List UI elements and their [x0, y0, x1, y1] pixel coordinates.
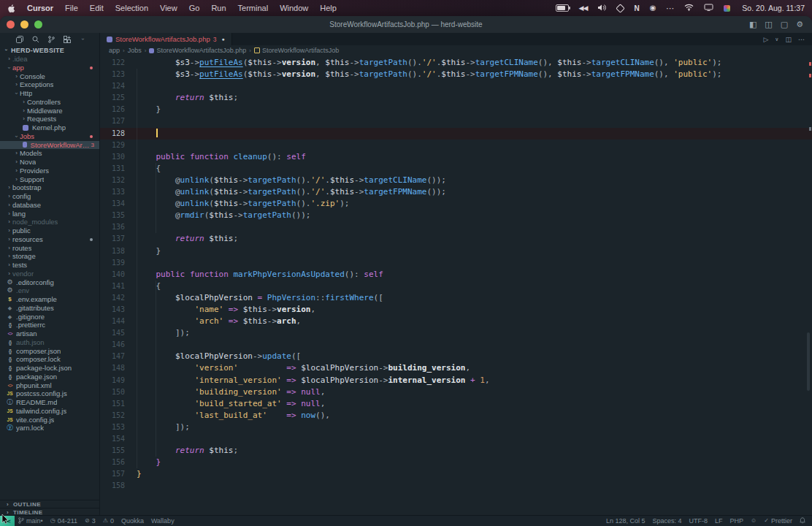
status-item-04-211[interactable]: ◷04-211 — [47, 517, 81, 525]
line-number[interactable]: 148 — [100, 362, 137, 374]
code-line-145[interactable]: 145 ]); — [100, 327, 812, 339]
breadcrumb-item[interactable]: Jobs — [128, 47, 142, 54]
code-line-124[interactable]: 124 — [100, 80, 812, 92]
run-icon[interactable]: ▷ — [763, 36, 768, 43]
new-file-icon[interactable] — [16, 33, 23, 46]
line-number[interactable]: 130 — [100, 151, 137, 163]
code-line-125[interactable]: 125 return $this; — [100, 92, 812, 104]
display-icon[interactable] — [704, 4, 713, 12]
code-line-132[interactable]: 132 @unlink($this->targetPath().'/'.$thi… — [100, 175, 812, 186]
outline-panel-header[interactable]: › OUTLINE — [0, 500, 99, 508]
code-line-140[interactable]: 140 public function markPhpVersionAsUpda… — [100, 269, 812, 281]
tree-item--gitignore[interactable]: ◆.gitignore — [0, 313, 99, 321]
status-item-spaces-4[interactable]: Spaces: 4 — [649, 517, 686, 525]
toggle-panel-icon[interactable]: ▢ — [781, 16, 788, 33]
status-item-0[interactable]: ⚠0 — [99, 517, 118, 525]
line-number[interactable]: 146 — [100, 339, 137, 351]
tree-item--env[interactable]: ⚙.env — [0, 286, 99, 295]
breadcrumb-item[interactable]: StoreWorkflowArtifactsJob — [254, 47, 339, 54]
settings-gear-icon[interactable]: ⚙ — [796, 16, 803, 33]
menu-item-window[interactable]: Window — [280, 4, 308, 12]
line-number[interactable]: 133 — [100, 186, 137, 198]
tree-item-package-json[interactable]: {}package.json — [0, 373, 99, 381]
split-editor-icon[interactable]: ◫ — [785, 36, 792, 43]
notion-icon[interactable]: N — [634, 4, 639, 12]
close-window-button[interactable] — [7, 20, 15, 28]
tree-item-exceptions[interactable]: ›Exceptions — [0, 80, 99, 89]
tree-item-app[interactable]: ›app — [0, 64, 99, 72]
line-number[interactable]: 152 — [100, 410, 137, 422]
extensions-icon[interactable] — [64, 33, 71, 46]
tree-item-support[interactable]: ›Support — [0, 175, 99, 184]
line-number[interactable]: 139 — [100, 257, 137, 269]
status-item-ln-128-col-5[interactable]: Ln 128, Col 5 — [602, 517, 649, 525]
code-line-136[interactable]: 136 — [100, 221, 812, 233]
line-number[interactable]: 122 — [100, 57, 137, 69]
line-number[interactable]: 151 — [100, 398, 137, 410]
tree-item-lang[interactable]: ›lang — [0, 210, 99, 218]
menu-item-help[interactable]: Help — [320, 4, 337, 12]
volume-icon[interactable] — [597, 4, 607, 13]
tree-item-kernel-php[interactable]: Kernel.php — [0, 123, 99, 132]
line-number[interactable]: 132 — [100, 175, 137, 186]
tree-item-bootstrap[interactable]: ›bootstrap — [0, 183, 99, 192]
tree-item-storage[interactable]: ›storage — [0, 252, 99, 261]
status-item-php[interactable]: PHP — [727, 517, 748, 525]
code-line-122[interactable]: 122 $s3->putFileAs($this->version, $this… — [100, 57, 812, 69]
tree-item-readme-md[interactable]: ⓘREADME.md — [0, 398, 99, 407]
line-number[interactable]: 125 — [100, 92, 137, 104]
code-line-158[interactable]: 158 — [100, 480, 812, 492]
code-line-126[interactable]: 126 } — [100, 104, 812, 115]
status-item-utf-8[interactable]: UTF-8 — [686, 517, 712, 525]
unsaved-dot-icon[interactable]: ● — [221, 37, 224, 42]
tree-item-resources[interactable]: ›resources — [0, 235, 99, 244]
tree-item-auth-json[interactable]: {}auth.json — [0, 338, 99, 347]
code-line-144[interactable]: 144 'arch' => $this->arch, — [100, 316, 812, 327]
code-line-127[interactable]: 127 — [100, 115, 812, 127]
tree-item-tailwind-config-js[interactable]: JStailwind.config.js — [0, 407, 99, 416]
code-line-139[interactable]: 139 — [100, 257, 812, 269]
tree-item-storeworkflowartifactsjob-[interactable]: StoreWorkflowArtifactsJob...3 — [0, 141, 99, 150]
tree-item-artisan[interactable]: <>artisan — [0, 329, 99, 338]
editor-scrollbar[interactable] — [807, 332, 810, 391]
code-line-153[interactable]: 153 ]); — [100, 422, 812, 433]
code-line-149[interactable]: 149 'internal_version' => $localPhpVersi… — [100, 375, 812, 386]
line-number[interactable]: 129 — [100, 140, 137, 151]
tab-storeworkflowartifactsjob[interactable]: StoreWorkflowArtifactsJob.php 3 ● — [100, 33, 232, 45]
menu-item-selection[interactable]: Selection — [115, 4, 148, 12]
line-number[interactable]: 138 — [100, 245, 137, 257]
shape-icon[interactable] — [616, 4, 626, 13]
breadcrumb-item[interactable]: StoreWorkflowArtifactsJob.php — [149, 47, 246, 54]
status-item-main-[interactable]: main• — [15, 517, 47, 525]
tree-item-postcss-config-js[interactable]: JSpostcss.config.js — [0, 389, 99, 398]
code-line-129[interactable]: 129 — [100, 140, 812, 151]
color-swatch-icon[interactable] — [724, 5, 730, 12]
tree-item-controllers[interactable]: ›Controllers — [0, 98, 99, 107]
code-line-130[interactable]: 130 public function cleanup(): self — [100, 151, 812, 163]
chevron-down-icon[interactable]: › — [80, 36, 86, 42]
menu-item-view[interactable]: View — [160, 4, 177, 12]
wifi-icon[interactable] — [684, 4, 694, 12]
zoom-window-button[interactable] — [34, 20, 42, 28]
tree-item-providers[interactable]: ›Providers — [0, 167, 99, 175]
tree-item-routes[interactable]: ›routes — [0, 244, 99, 253]
tree-item--gitattributes[interactable]: ◆.gitattributes — [0, 304, 99, 313]
line-number[interactable]: 140 — [100, 269, 137, 281]
line-number[interactable]: 127 — [100, 115, 137, 127]
status-item-wallaby[interactable]: Wallaby — [148, 517, 178, 525]
line-number[interactable]: 134 — [100, 198, 137, 210]
tree-item-database[interactable]: ›database — [0, 201, 99, 210]
line-number[interactable]: 157 — [100, 468, 137, 480]
tree-item-package-lock-json[interactable]: {}package-lock.json — [0, 364, 99, 373]
code-line-128[interactable]: 128 — [100, 128, 812, 140]
tree-item--idea[interactable]: ›.idea — [0, 55, 99, 64]
battery-icon[interactable] — [556, 4, 569, 12]
menubar-app-name[interactable]: Cursor — [27, 4, 53, 12]
line-number[interactable]: 141 — [100, 281, 137, 292]
tree-item-vendor[interactable]: ›vendor — [0, 270, 99, 278]
line-number[interactable]: 136 — [100, 221, 137, 233]
menu-item-file[interactable]: File — [65, 4, 78, 12]
code-line-156[interactable]: 156 } — [100, 457, 812, 468]
code-line-147[interactable]: 147 $localPhpVersion->update([ — [100, 351, 812, 362]
line-number[interactable]: 158 — [100, 480, 137, 492]
